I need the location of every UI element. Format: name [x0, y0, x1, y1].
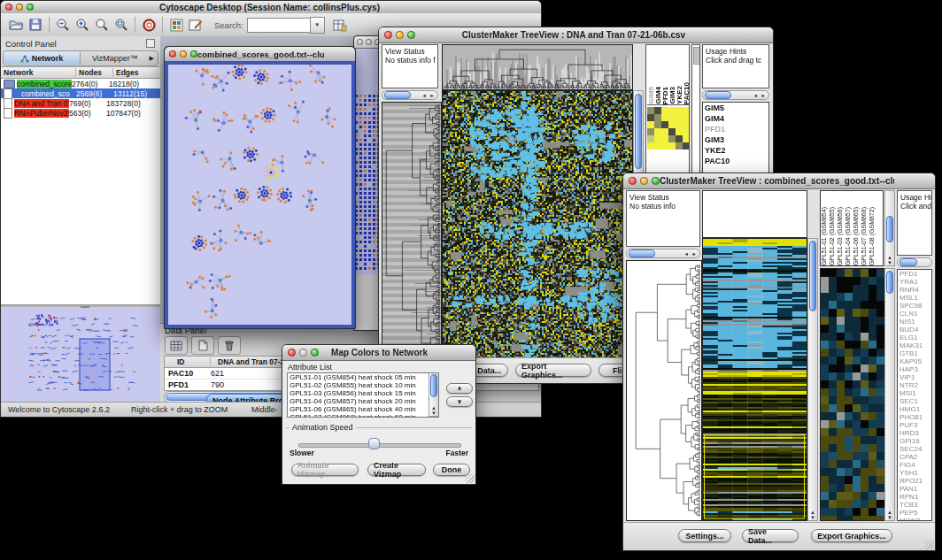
gene-label[interactable]: MAK31: [898, 341, 931, 349]
treeview1-status-scrollbar[interactable]: ◄ ►: [382, 90, 438, 100]
column-nodes[interactable]: Nodes: [76, 68, 113, 77]
treeview1-heatmap[interactable]: [442, 90, 633, 358]
network-row[interactable]: combined_scores 2764(0) 16218(0): [1, 79, 160, 88]
treeview2-heatmap[interactable]: [702, 238, 807, 521]
gene-label[interactable]: PAN1: [898, 485, 931, 493]
gene-label[interactable]: SPC98: [898, 302, 931, 310]
help-button[interactable]: [139, 16, 158, 34]
gene-label[interactable]: CLN1: [898, 310, 931, 318]
main-title-bar[interactable]: Cytoscape Desktop (Session Name: collins…: [1, 1, 541, 14]
gene-label[interactable]: GPI16: [898, 437, 931, 445]
treeview2-zoom-heatmap[interactable]: [820, 268, 885, 521]
scroll-down-icon[interactable]: ▼: [887, 515, 892, 520]
gene-label[interactable]: RPN1: [898, 493, 931, 501]
minimize-button[interactable]: [299, 349, 307, 357]
gene-label[interactable]: NTR2: [898, 381, 931, 389]
tab-vizmapper[interactable]: VizMapper™: [81, 54, 150, 63]
network-overview-panel[interactable]: [1, 305, 160, 403]
vscrollbar-thumb[interactable]: [430, 374, 437, 397]
gene-label[interactable]: TCB3: [898, 501, 931, 509]
gene-label[interactable]: FIG4: [898, 461, 931, 469]
treeview2-row-dendrogram[interactable]: [626, 260, 702, 521]
panel-resize-handle[interactable]: [81, 306, 89, 308]
treeview2-zoom-scrollbar[interactable]: ▲▼: [884, 268, 895, 521]
attribute-list-item[interactable]: GPL51-06 (GSM865) heat shock 40 min: [288, 405, 438, 413]
gene-label[interactable]: PUF3: [898, 421, 931, 429]
save-session-button[interactable]: [26, 16, 45, 34]
move-down-button[interactable]: ∨: [446, 396, 473, 407]
gene-label[interactable]: YSH1: [898, 469, 931, 477]
zoom-button[interactable]: [27, 4, 34, 11]
network-graph-canvas[interactable]: [168, 65, 351, 325]
resize-grip[interactable]: [465, 473, 475, 483]
network-overview-canvas[interactable]: [2, 309, 159, 401]
gene-label[interactable]: HMG1: [898, 405, 931, 413]
slider-right-icon[interactable]: ►: [761, 93, 767, 98]
select-attributes-button[interactable]: [165, 336, 188, 355]
gene-label[interactable]: PEP5: [898, 509, 931, 517]
gene-label[interactable]: GIM4: [703, 113, 768, 124]
treeview1-row-dendrogram[interactable]: [382, 102, 442, 358]
export-graphics-button[interactable]: Export Graphics...: [811, 529, 892, 542]
treeview2-vscrollbar[interactable]: ▲▼: [807, 238, 818, 521]
scroll-down-icon[interactable]: ▼: [887, 260, 892, 265]
zoom-actual-button[interactable]: [92, 16, 112, 34]
column-edges[interactable]: Edges: [113, 68, 160, 77]
create-vizmap-button[interactable]: Create Vizmap: [367, 464, 426, 476]
minimize-button[interactable]: [180, 50, 187, 58]
treeview1-zoom-slider[interactable]: ◄ ►: [702, 90, 769, 100]
open-session-button[interactable]: [6, 16, 26, 34]
attribute-list-item[interactable]: GPL51-07 (GSM868) heat shock 60 min: [288, 413, 438, 418]
attribute-browser-toolbar-button[interactable]: [330, 16, 350, 34]
gene-label[interactable]: VIP1: [898, 373, 931, 381]
network-row[interactable]: combined_sco 2569(6) 13112(15): [1, 88, 160, 98]
gene-label[interactable]: PFD1: [898, 270, 931, 278]
gene-label[interactable]: BUD4: [898, 326, 931, 334]
gene-label[interactable]: MSI1: [898, 389, 931, 397]
tab-network[interactable]: Network: [4, 52, 81, 65]
close-button[interactable]: [357, 39, 363, 45]
attribute-list-item[interactable]: GPL51-03 (GSM856) heat shock 15 min: [288, 389, 438, 397]
gene-label[interactable]: YRA1: [898, 278, 931, 286]
gene-label[interactable]: MON2: [898, 517, 931, 521]
gene-label[interactable]: GIM5: [703, 103, 768, 113]
gene-label[interactable]: CPA2: [898, 453, 931, 461]
column-id[interactable]: ID: [165, 357, 211, 366]
close-button[interactable]: [5, 4, 12, 11]
gene-label[interactable]: ELG1: [898, 334, 931, 341]
gene-label[interactable]: RPO21: [898, 477, 931, 485]
vscrollbar-thumb[interactable]: [886, 216, 893, 242]
slider-left-icon[interactable]: ◄: [753, 93, 759, 98]
gene-label[interactable]: HRD3: [898, 429, 931, 437]
zoom-fit-button[interactable]: [112, 16, 131, 34]
vscrollbar-thumb[interactable]: [635, 94, 642, 169]
export-graphics-button[interactable]: Export Graphics...: [515, 364, 591, 377]
attribute-list-item[interactable]: GPL51-02 (GSM855) heat shock 10 min: [288, 381, 438, 389]
minimize-button[interactable]: [396, 31, 404, 39]
annotation-button[interactable]: [186, 16, 205, 34]
close-button[interactable]: [384, 31, 392, 39]
minimize-button[interactable]: [366, 39, 372, 45]
treeview1-column-dendrogram[interactable]: [442, 44, 633, 90]
move-up-button[interactable]: ∧: [446, 383, 473, 394]
gene-label[interactable]: MSL1: [898, 294, 931, 302]
close-button[interactable]: [629, 177, 637, 185]
scroll-down-icon[interactable]: ▼: [431, 410, 436, 416]
gene-label[interactable]: GTB1: [898, 349, 931, 357]
treeview2-labels-scrollbar[interactable]: ▲▼: [884, 190, 895, 266]
save-data-button[interactable]: Save Data...: [742, 529, 799, 542]
gene-label[interactable]: SEC24: [898, 445, 931, 453]
treeview2-title-bar[interactable]: ClusterMaker TreeView : combined_scores_…: [623, 173, 935, 189]
gene-label[interactable]: NIS1: [898, 318, 931, 326]
gene-label[interactable]: HAP3: [898, 365, 931, 373]
gene-label[interactable]: PAC10: [703, 156, 768, 166]
attribute-list-scrollbar[interactable]: ▲▼: [429, 373, 438, 417]
gene-label[interactable]: SEC1: [898, 397, 931, 405]
close-button[interactable]: [169, 50, 176, 58]
slider-thumb[interactable]: [900, 258, 917, 266]
scroll-right-icon[interactable]: ►: [430, 93, 436, 98]
gene-label[interactable]: PFD1: [703, 124, 768, 134]
animation-speed-slider-thumb[interactable]: [368, 438, 380, 449]
treeview1-title-bar[interactable]: ClusterMaker TreeView : DNA and Tran 07-…: [379, 27, 773, 43]
minimize-button[interactable]: [16, 4, 23, 11]
